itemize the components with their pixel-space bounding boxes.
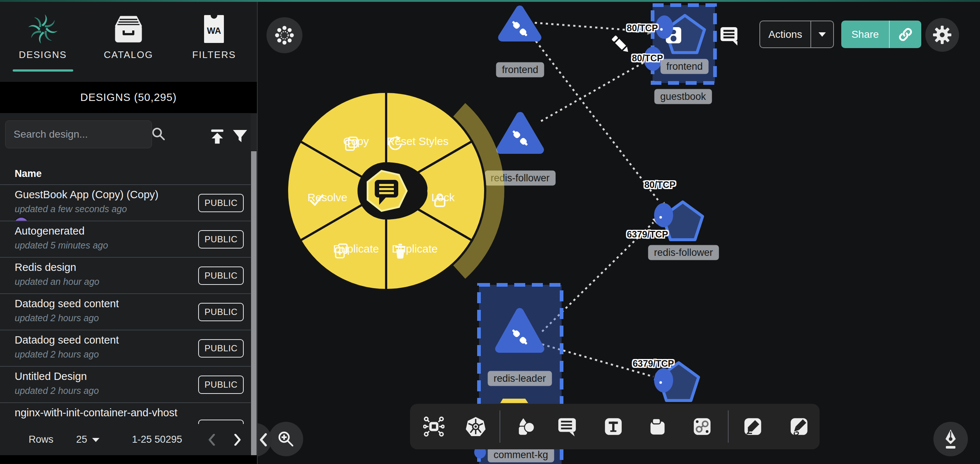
visibility-badge: PUBLIC: [198, 230, 244, 249]
catalog-archive-icon: [111, 14, 145, 44]
design-name: nginx-with-init-container-and-vhost: [15, 407, 241, 419]
menu-item-reset-styles[interactable]: Reset Styles: [387, 135, 449, 148]
node-label: comment-kg: [488, 448, 554, 462]
node-label: redis-leader: [488, 371, 552, 386]
cluster-icon: [274, 25, 295, 46]
active-tab-underline: [13, 69, 73, 72]
draw-pen-tool[interactable]: [739, 413, 767, 440]
design-row[interactable]: Datadog seed content updated 2 hours ago…: [0, 330, 257, 366]
scrollbar-thumb[interactable]: [251, 151, 256, 455]
canvas-toolbar: [410, 404, 819, 449]
visibility-badge: PUBLIC: [198, 266, 244, 285]
sidebar-footer: [0, 455, 257, 464]
tab-designs[interactable]: DESIGNS: [0, 0, 86, 82]
design-row[interactable]: Untitled Design updated 2 hours ago PUBL…: [0, 366, 257, 402]
node-label: frontend: [660, 59, 708, 74]
edge-label: 80/TCP: [627, 23, 658, 33]
prev-page-button[interactable]: [204, 432, 220, 448]
note-tool[interactable]: [644, 413, 672, 440]
column-header-name: Name: [0, 163, 257, 184]
hidden-comment-node: [500, 399, 528, 403]
designs-sidebar: DESIGNS CATALOG: [0, 0, 257, 464]
design-row[interactable]: Autogenerated updated 5 minutes ago PUBL…: [0, 221, 257, 257]
copy-link-icon[interactable]: [890, 26, 921, 43]
pagination-bar: Rows 25 1-25 50295: [0, 424, 257, 455]
share-button[interactable]: Share: [841, 21, 921, 48]
pen-nib-icon: [942, 429, 960, 449]
link-tool[interactable]: [688, 413, 716, 440]
edge-label: 80/TCP: [644, 180, 676, 190]
tab-designs-label: DESIGNS: [19, 49, 67, 61]
tab-filters[interactable]: WA FILTERS: [172, 0, 257, 82]
tab-catalog-label: CATALOG: [104, 49, 153, 61]
edge-label: 6379/TCP: [633, 358, 674, 369]
text-tool[interactable]: [600, 413, 627, 440]
port-circle: [654, 368, 673, 392]
gear-icon: [932, 25, 952, 45]
edit-pencil-icon: [611, 35, 630, 54]
edge-redisfollower-guestbook: [541, 62, 644, 121]
kubernetes-tool[interactable]: [462, 413, 490, 440]
chevron-left-icon: [259, 433, 267, 446]
vector-pen-button[interactable]: [933, 422, 968, 456]
visibility-badge: PUBLIC: [198, 376, 244, 394]
search-icon: [151, 126, 166, 143]
panel-title: DESIGNS (50,295): [0, 82, 257, 113]
toolbar-divider: [500, 410, 500, 443]
avatar: [13, 217, 29, 221]
menu-item-lock[interactable]: Lock: [431, 191, 454, 204]
sidebar-scrollbar[interactable]: [251, 114, 257, 455]
sketch-pencil-tool[interactable]: [785, 413, 813, 440]
port-circle: [654, 203, 673, 227]
zoom-in-button[interactable]: [269, 422, 303, 456]
pagination-range: 1-25 50295: [132, 434, 183, 445]
import-design-icon[interactable]: [208, 127, 227, 146]
design-row[interactable]: Redis design updated an hour ago PUBLIC: [0, 257, 257, 293]
search-area: [0, 113, 257, 163]
design-canvas[interactable]: frontend frontend guestbook redis-follow…: [257, 0, 980, 464]
search-input[interactable]: [5, 129, 151, 140]
actions-label: Actions: [760, 29, 810, 40]
design-list: GuestBook App (Copy) (Copy) updated a fe…: [0, 184, 257, 438]
comment-tool[interactable]: [553, 413, 581, 440]
toolbar-divider: [728, 410, 729, 443]
top-accent-line: [0, 0, 980, 2]
port-circle: [655, 16, 673, 39]
comment-overlay-icon[interactable]: [721, 27, 737, 46]
wasm-filter-icon: WA: [204, 14, 224, 44]
filter-designs-icon[interactable]: [231, 127, 250, 146]
visibility-badge: PUBLIC: [198, 194, 244, 212]
menu-item-duplicate[interactable]: Duplicate Duplicate Duplicate Duplicate …: [333, 242, 379, 255]
cluster-context-button[interactable]: [266, 17, 302, 53]
next-page-button[interactable]: [230, 432, 245, 448]
menu-item-copy[interactable]: Copy: [343, 135, 369, 148]
actions-dropdown-caret[interactable]: [811, 32, 833, 37]
edge-label: 80/TCP: [632, 53, 663, 64]
design-row[interactable]: GuestBook App (Copy) (Copy) updated a fe…: [0, 184, 257, 221]
shapes-tool[interactable]: [512, 413, 539, 440]
menu-item-resolve[interactable]: Resolve: [307, 191, 347, 204]
actions-button[interactable]: Actions: [759, 21, 834, 48]
visibility-badge: PUBLIC: [198, 339, 244, 357]
visibility-badge: PUBLIC: [198, 303, 244, 321]
search-design-field[interactable]: [5, 120, 152, 148]
settings-button[interactable]: [925, 18, 959, 52]
share-label: Share: [841, 29, 889, 40]
node-label: guestbook: [654, 89, 712, 104]
sidebar-tabs: DESIGNS CATALOG: [0, 0, 257, 82]
menu-item-delete[interactable]: Duplicate: [391, 242, 438, 255]
rows-per-page-select[interactable]: 25: [76, 434, 100, 445]
design-row[interactable]: Datadog seed content updated 2 hours ago…: [0, 293, 257, 330]
tab-filters-label: FILTERS: [192, 49, 236, 61]
meshery-logo-icon: [27, 14, 59, 44]
pod-node-frontend[interactable]: [502, 10, 537, 37]
node-label: redis-follower: [648, 245, 719, 260]
svg-text:WA: WA: [207, 26, 221, 36]
component-graph-tool[interactable]: [420, 413, 448, 440]
edge-label: 6379/TCP: [627, 229, 668, 240]
radial-context-menu: Copy Reset Styles Lock: [258, 62, 515, 319]
rows-label: Rows: [29, 434, 54, 445]
kanvas-app: DESIGNS CATALOG: [0, 0, 980, 464]
tab-catalog[interactable]: CATALOG: [86, 0, 171, 82]
zoom-in-icon: [276, 429, 296, 448]
